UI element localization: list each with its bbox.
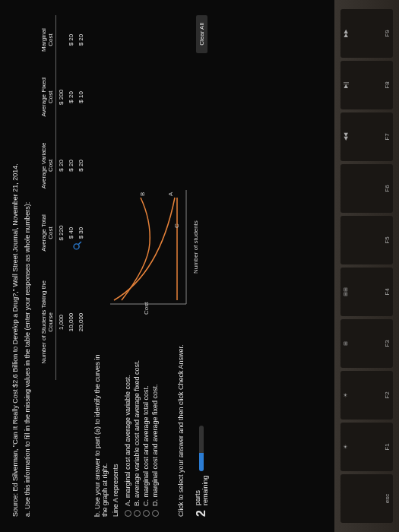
svg-point-0 <box>74 244 79 249</box>
key-f4[interactable]: ⊞⊞F4 <box>340 268 393 316</box>
keyboard-fn-row: esc ☀F1 ☀F2 ⊞F3 ⊞⊞F4 F5 F6 ◀◀F7 ▶||F8 ▶▶… <box>334 0 399 532</box>
part-b-text: b. Use your answer to part (a) to identi… <box>93 350 109 517</box>
key-f1[interactable]: ☀F1 <box>340 423 393 471</box>
th-afc: Average Fixed Cost <box>39 65 56 129</box>
line-a-prompt: Line A represents <box>112 350 119 517</box>
radio-icon <box>143 510 150 517</box>
parts-number: 2 <box>195 510 208 517</box>
th-mc: Marginal Cost <box>39 15 56 65</box>
th-students: Number of Students Taking the Course <box>39 264 56 380</box>
key-f7[interactable]: ◀◀F7 <box>340 112 393 161</box>
key-f2[interactable]: ☀F2 <box>340 371 393 420</box>
radio-icon <box>152 510 159 517</box>
source-citation: Source: Ed Silverman, "Can It Really Cos… <box>11 15 19 517</box>
radio-icon <box>125 510 131 517</box>
table-row: 20,000 $ 30 $ 20 $ 10 $ 20 <box>76 15 86 380</box>
key-f5[interactable]: F5 <box>340 216 393 264</box>
ylabel: Cost <box>143 302 150 315</box>
th-atc: Average Total Cost <box>39 201 56 264</box>
svg-text:B: B <box>139 192 146 196</box>
progress-bar <box>199 426 204 471</box>
content-screen: Source: Ed Silverman, "Can It Really Cos… <box>0 0 334 532</box>
svg-text:C: C <box>173 223 180 228</box>
magnify-icon[interactable] <box>72 240 83 251</box>
cost-table: Number of Students Taking the Course Ave… <box>39 15 86 380</box>
key-f3[interactable]: ⊞F3 <box>340 319 393 368</box>
radio-icon <box>134 510 141 517</box>
key-f9[interactable]: ▶▶F9 <box>340 9 393 58</box>
th-avc: Average Variable Cost <box>39 130 56 202</box>
xlabel: Number of students <box>192 220 199 274</box>
key-esc[interactable]: esc <box>340 474 393 523</box>
svg-text:A: A <box>167 192 174 196</box>
cost-curves-chart: Cost Number of students A B C <box>103 182 201 319</box>
part-a-instruction: a. Use this information to fill in the m… <box>24 15 31 517</box>
svg-line-1 <box>78 242 81 245</box>
key-f8[interactable]: ▶||F8 <box>340 61 393 109</box>
clear-all-button[interactable]: Clear All <box>196 15 207 53</box>
key-f6[interactable]: F6 <box>340 164 393 213</box>
table-row: 10,000 $ 40 $ 20 $ 20 $ 20 <box>66 15 76 380</box>
table-row: 1,000 $ 220 $ 20 $ 200 <box>56 15 67 380</box>
